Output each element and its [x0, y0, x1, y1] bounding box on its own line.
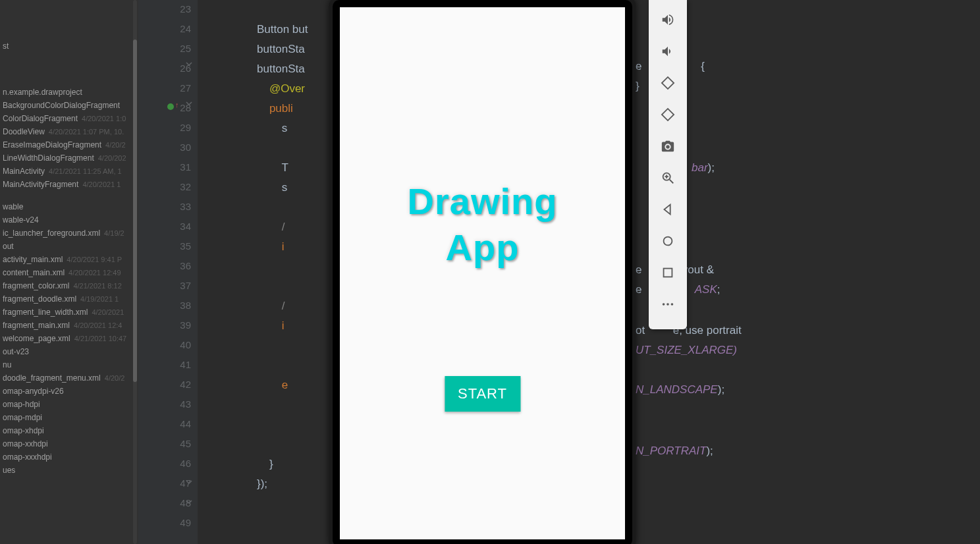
device-bezel: DrawingApp START	[333, 0, 632, 544]
fold-icon[interactable]	[184, 477, 194, 487]
tree-item-layout[interactable]: welcome_page.xml4/21/2021 10:47	[0, 332, 138, 345]
fold-icon[interactable]	[184, 497, 194, 506]
line-number: 33	[165, 201, 191, 212]
device-screen[interactable]: DrawingApp START	[340, 7, 625, 539]
line-number: 46	[165, 458, 191, 469]
line-number: 30	[165, 142, 191, 153]
tree-item[interactable]: doodle_fragment_menu.xml4/20/2	[0, 371, 138, 385]
tree-item-class[interactable]: LineWidthDialogFragment4/20/202	[0, 151, 138, 165]
tree-item[interactable]: wable	[0, 200, 138, 213]
line-number: 49	[165, 517, 191, 528]
tree-item[interactable]: nu	[0, 358, 138, 371]
tree-item-layout[interactable]: fragment_line_width.xml4/20/2021	[0, 306, 138, 319]
line-number: 34	[165, 221, 191, 232]
tree-item-package[interactable]: n.example.drawproject	[0, 86, 138, 99]
tree-item[interactable]: out-v23	[0, 345, 138, 358]
line-number: 24	[165, 23, 191, 34]
fold-icon[interactable]	[184, 99, 194, 108]
tree-item-layout[interactable]: content_main.xml4/20/2021 12:49	[0, 266, 138, 279]
tree-item-layout[interactable]: fragment_doodle.xml4/19/2021 1	[0, 292, 138, 306]
line-number: 31	[165, 161, 191, 173]
line-number: 23	[165, 3, 191, 14]
volume-down-icon[interactable]	[659, 42, 677, 61]
editor-gutter: 2324252627282930313233343536373839404142…	[138, 0, 198, 544]
start-button[interactable]: START	[445, 376, 520, 412]
camera-icon[interactable]	[659, 137, 677, 155]
rotate-left-icon[interactable]	[659, 74, 677, 92]
tree-item[interactable]: st	[0, 40, 138, 53]
tree-item-class[interactable]: EraseImageDialogFragment4/20/2	[0, 138, 138, 151]
line-number: 41	[165, 359, 191, 370]
svg-rect-0	[662, 77, 674, 89]
line-number: 36	[165, 260, 191, 271]
line-number: 27	[165, 82, 191, 94]
fold-icon[interactable]	[184, 59, 194, 68]
tree-item-class[interactable]: DoodleView4/20/2021 1:07 PM, 10.	[0, 125, 138, 138]
line-number: 43	[165, 398, 191, 410]
line-number: 25	[165, 43, 191, 54]
tree-item-class[interactable]: BackgroundColorDialogFragment	[0, 99, 138, 112]
line-number: 35	[165, 240, 191, 252]
svg-point-11	[671, 303, 674, 306]
line-number: 32	[165, 181, 191, 192]
svg-point-10	[667, 303, 669, 306]
tree-item[interactable]: wable-v24	[0, 213, 138, 227]
svg-rect-8	[664, 269, 672, 277]
line-number: 42	[165, 379, 191, 390]
tree-item-class[interactable]: MainActivity4/21/2021 11:25 AM, 1	[0, 165, 138, 178]
line-number: 45	[165, 438, 191, 449]
svg-point-7	[664, 237, 672, 246]
tree-item-layout[interactable]: fragment_main.xml4/20/2021 12:4	[0, 319, 138, 332]
tree-item-mipmap[interactable]: omap-hdpi	[0, 398, 138, 411]
tree-item-mipmap[interactable]: omap-anydpi-v26	[0, 385, 138, 398]
home-icon[interactable]	[659, 232, 677, 250]
tree-item-class[interactable]: MainActivityFragment4/20/2021 1	[0, 178, 138, 191]
tree-item-layout[interactable]: fragment_color.xml4/21/2021 8:12	[0, 279, 138, 292]
line-number: 37	[165, 280, 191, 291]
project-tree-panel: st n.example.drawproject BackgroundColor…	[0, 0, 138, 544]
scrollbar-thumb[interactable]	[133, 40, 137, 382]
app-title-text: DrawingApp	[340, 178, 625, 271]
line-number: 29	[165, 122, 191, 133]
line-number: 39	[165, 319, 191, 331]
tree-item-mipmap[interactable]: omap-mdpi	[0, 411, 138, 424]
overview-icon[interactable]	[659, 263, 677, 282]
line-number: 44	[165, 418, 191, 429]
emulator-toolbar	[649, 0, 687, 329]
line-number: 40	[165, 339, 191, 350]
volume-up-icon[interactable]	[659, 11, 677, 29]
tree-item-mipmap[interactable]: omap-xxxhdpi	[0, 450, 138, 464]
svg-point-9	[663, 303, 665, 306]
tree-item[interactable]: out	[0, 240, 138, 253]
zoom-icon[interactable]	[659, 169, 677, 187]
more-icon[interactable]	[659, 295, 677, 313]
tree-item[interactable]: ic_launcher_foreground.xml4/19/2	[0, 227, 138, 240]
line-number: 38	[165, 300, 191, 311]
svg-rect-1	[662, 109, 674, 121]
tree-item-mipmap[interactable]: omap-xhdpi	[0, 424, 138, 437]
back-icon[interactable]	[659, 200, 677, 219]
breakpoint-glyph[interactable]: ↑	[166, 101, 182, 113]
emulator-device-frame: DrawingApp START	[329, 0, 636, 544]
svg-marker-6	[665, 205, 670, 215]
tree-item[interactable]: ues	[0, 464, 138, 477]
rotate-right-icon[interactable]	[659, 105, 677, 124]
tree-item-class[interactable]: ColorDialogFragment4/20/2021 1:0	[0, 112, 138, 125]
tree-item-layout[interactable]: activity_main.xml4/20/2021 9:41 P	[0, 253, 138, 266]
svg-line-3	[670, 180, 674, 184]
tree-item-mipmap[interactable]: omap-xxhdpi	[0, 437, 138, 450]
